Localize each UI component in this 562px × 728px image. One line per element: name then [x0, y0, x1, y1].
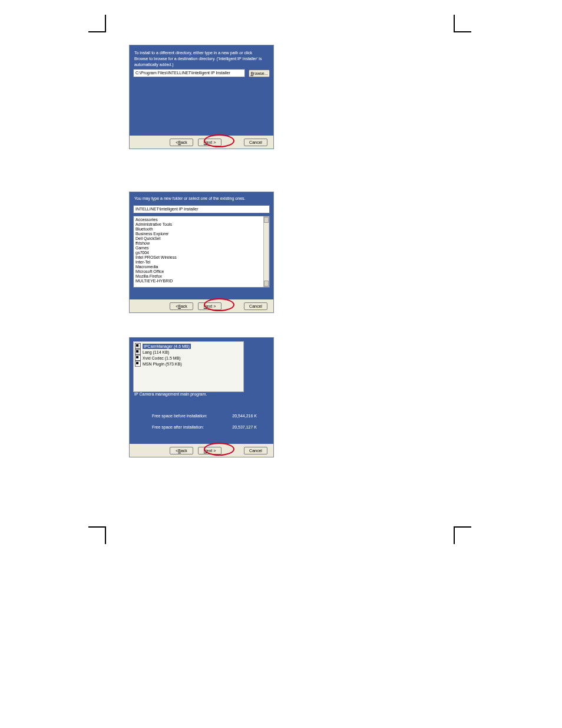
- crop-mark: [454, 526, 455, 544]
- highlight-circle: [204, 443, 234, 456]
- component-label: Xvid Codec (1.5 MB): [143, 355, 181, 361]
- list-item[interactable]: Mozilla Firefox: [135, 274, 267, 279]
- highlight-circle: [204, 134, 234, 147]
- list-item[interactable]: ffdshow: [135, 241, 267, 246]
- list-item[interactable]: Accessories: [135, 218, 267, 222]
- crop-mark: [105, 15, 106, 32]
- disk-space-row: Free space before installation: 20,544,2…: [134, 414, 269, 418]
- crop-mark: [105, 526, 106, 544]
- instruction-text: To install to a different directory, eit…: [130, 48, 270, 70]
- crop-mark: [88, 31, 106, 32]
- crop-mark: [454, 15, 455, 32]
- install-path-input[interactable]: C:\Program Files\INTELLINET\Intelligent …: [133, 69, 245, 77]
- disk-space-row: Free space after installation: 20,537,12…: [134, 425, 269, 429]
- existing-folders-listbox[interactable]: Accessories Administrative Tools Bluetoo…: [133, 216, 270, 288]
- list-item[interactable]: Bluetooth: [135, 227, 267, 232]
- list-item[interactable]: Macromedia: [135, 265, 267, 269]
- list-item[interactable]: Business Explorer: [135, 232, 267, 236]
- crop-mark: [88, 526, 106, 528]
- back-button[interactable]: < Back: [170, 302, 193, 310]
- checkbox-icon: [135, 349, 141, 355]
- back-button[interactable]: < Back: [170, 447, 193, 454]
- free-before-value: 20,544,216 K: [232, 414, 257, 418]
- instruction-text: You may type a new folder or select one …: [130, 193, 270, 204]
- wizard-button-bar: < Back Next > Cancel: [130, 136, 273, 149]
- list-item[interactable]: Games: [135, 246, 267, 251]
- component-description: IP Camera management main program.: [134, 392, 207, 396]
- component-label: MSN Plugin (573 KB): [143, 361, 182, 367]
- component-label: Lang (114 KB): [143, 350, 169, 355]
- checkbox-icon: [135, 343, 141, 349]
- list-item[interactable]: Microsoft Office: [135, 269, 267, 274]
- list-item[interactable]: Inter-Tel: [135, 260, 267, 265]
- scrollbar[interactable]: [263, 216, 269, 287]
- component-label: IPCamManager (4.6 MB): [143, 344, 191, 349]
- crop-mark: [454, 31, 471, 32]
- browse-button[interactable]: Browse...: [249, 70, 270, 77]
- wizard-components: IPCamManager (4.6 MB) Lang (114 KB) Xvid…: [129, 337, 274, 457]
- wizard-program-folder: You may type a new folder or select one …: [129, 192, 274, 313]
- list-item[interactable]: Dell QuickSet: [135, 236, 267, 241]
- wizard-button-bar: < Back Next > Cancel: [130, 444, 273, 457]
- wizard-button-bar: < Back Next > Cancel: [130, 299, 273, 312]
- cancel-button[interactable]: Cancel: [244, 139, 267, 146]
- free-before-label: Free space before installation:: [152, 414, 207, 418]
- program-folder-input[interactable]: INTELLINET\Intelligent IP Installer: [133, 205, 270, 213]
- scroll-down-icon[interactable]: [264, 281, 269, 286]
- component-row[interactable]: Lang (114 KB): [135, 349, 242, 355]
- document-page: To install to a different directory, eit…: [0, 0, 562, 728]
- component-row[interactable]: MSN Plugin (573 KB): [135, 361, 242, 367]
- list-item[interactable]: Administrative Tools: [135, 222, 267, 227]
- component-row[interactable]: IPCamManager (4.6 MB): [135, 343, 242, 349]
- back-button[interactable]: < Back: [170, 139, 193, 146]
- scroll-up-icon[interactable]: [264, 217, 269, 223]
- crop-mark: [454, 526, 471, 528]
- list-item[interactable]: Intel PROSet Wireless: [135, 255, 267, 260]
- free-after-value: 20,537,127 K: [232, 425, 257, 429]
- cancel-button[interactable]: Cancel: [244, 302, 267, 310]
- free-after-label: Free space after installation:: [152, 425, 204, 429]
- path-row: C:\Program Files\INTELLINET\Intelligent …: [133, 69, 270, 77]
- component-row[interactable]: Xvid Codec (1.5 MB): [135, 355, 242, 361]
- wizard-destination: To install to a different directory, eit…: [129, 45, 274, 149]
- cancel-button[interactable]: Cancel: [244, 447, 267, 454]
- list-item[interactable]: gs7004: [135, 251, 267, 255]
- checkbox-icon[interactable]: [135, 355, 141, 361]
- components-listbox[interactable]: IPCamManager (4.6 MB) Lang (114 KB) Xvid…: [133, 341, 244, 392]
- highlight-circle: [204, 298, 234, 311]
- list-item[interactable]: MULTIEYE-HYBRID: [135, 279, 267, 284]
- checkbox-icon[interactable]: [135, 361, 141, 367]
